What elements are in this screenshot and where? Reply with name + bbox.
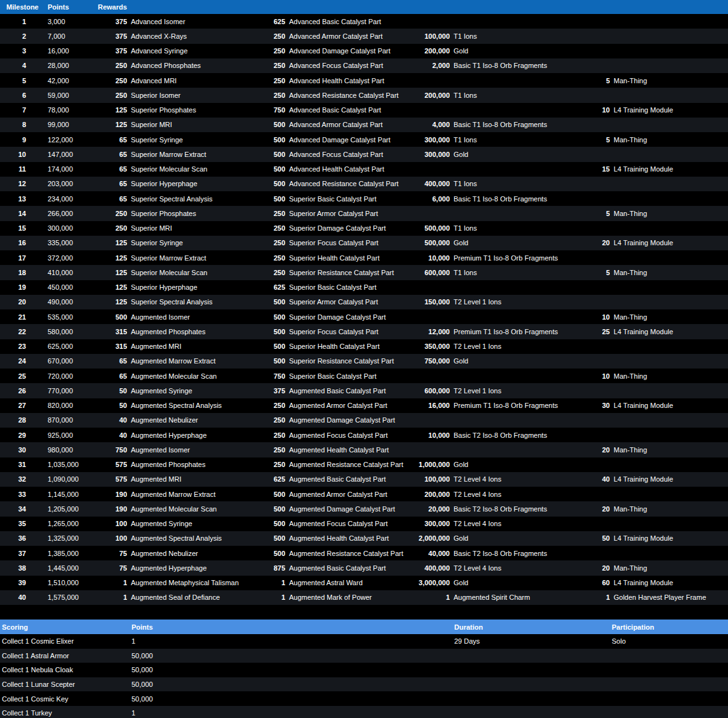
reward-name: T2 Level 4 Ions <box>450 564 581 572</box>
milestone-number: 32 <box>0 475 29 483</box>
reward-quantity: 100 <box>95 520 127 527</box>
reward-quantity: 150,000 <box>413 298 450 306</box>
reward-name: Man-Thing <box>610 313 728 321</box>
milestone-number: 10 <box>0 151 29 158</box>
milestone-points: 1,090,000 <box>29 475 95 483</box>
reward-name: Augmented Isomer <box>127 313 256 321</box>
reward-quantity: 750 <box>95 446 127 454</box>
reward-name: Advanced X-Rays <box>127 32 256 40</box>
milestone-points: 203,000 <box>29 180 95 187</box>
reward-name: T2 Level 4 Ions <box>450 491 581 498</box>
reward-name: Advanced Resistance Catalyst Part <box>285 91 413 99</box>
reward-quantity: 250 <box>256 224 285 232</box>
reward-name: Superior Molecular Scan <box>127 165 256 173</box>
milestones-table-header: Milestone Points Rewards <box>0 0 728 14</box>
reward-quantity: 125 <box>95 298 127 306</box>
milestone-number: 23 <box>0 342 29 350</box>
scoring-duration: 29 Days <box>452 637 609 645</box>
milestone-points: 174,000 <box>29 165 95 173</box>
reward-name: Premium T1 Iso-8 Orb Fragments <box>450 402 581 409</box>
reward-quantity: 250 <box>256 32 285 40</box>
milestone-number: 33 <box>0 491 29 498</box>
reward-quantity: 65 <box>95 372 127 380</box>
reward-name: Gold <box>450 357 581 365</box>
scoring-row: Collect 1 Cosmic Elixer129 DaysSolo <box>0 634 728 649</box>
milestone-number: 39 <box>0 579 29 586</box>
reward-name: L4 Training Module <box>610 402 728 409</box>
milestone-row: 28870,00040Augmented Nebulizer250Augment… <box>0 413 728 428</box>
milestone-row: 12203,00065Superior Hyperphage500Advance… <box>0 177 728 191</box>
reward-quantity: 375 <box>256 387 285 395</box>
reward-quantity: 1,000,000 <box>413 461 450 468</box>
milestone-row: 428,000250Advanced Phosphates250Advanced… <box>0 58 728 73</box>
reward-quantity: 300,000 <box>413 136 450 144</box>
milestone-number: 9 <box>0 136 29 144</box>
reward-name: Augmented Armor Catalyst Part <box>285 491 413 498</box>
reward-quantity: 10,000 <box>413 254 450 262</box>
reward-name: T1 Ions <box>450 136 581 144</box>
reward-quantity: 375 <box>95 18 127 25</box>
reward-quantity: 1 <box>95 593 127 601</box>
milestones-table: Milestone Points Rewards 13,000375Advanc… <box>0 0 728 605</box>
reward-name: Advanced Phosphates <box>127 62 256 69</box>
reward-quantity: 20 <box>581 239 610 247</box>
milestone-row: 13234,00065Superior Spectral Analysis500… <box>0 191 728 206</box>
reward-name: Augmented Nebulizer <box>127 416 256 424</box>
reward-quantity: 25 <box>581 328 610 335</box>
reward-name: Advanced Armor Catalyst Part <box>285 32 413 40</box>
milestone-number: 31 <box>0 461 29 468</box>
milestone-points: 1,325,000 <box>29 534 95 542</box>
reward-quantity: 315 <box>95 328 127 335</box>
milestone-row: 17372,000125Superior Marrow Extract250Su… <box>0 250 728 265</box>
reward-quantity: 500 <box>256 505 285 513</box>
reward-quantity: 10 <box>581 372 610 380</box>
reward-name: Basic T1 Iso-8 Orb Fragments <box>450 62 581 69</box>
milestones-page: Milestone Points Rewards 13,000375Advanc… <box>0 0 728 718</box>
reward-quantity: 500 <box>256 298 285 306</box>
reward-quantity: 60 <box>581 579 610 586</box>
reward-quantity: 20 <box>581 446 610 454</box>
reward-quantity: 40 <box>95 431 127 439</box>
reward-quantity: 65 <box>95 357 127 365</box>
reward-name: L4 Training Module <box>610 579 728 586</box>
scoring-points: 1 <box>129 709 452 717</box>
milestone-number: 18 <box>0 269 29 276</box>
reward-quantity: 250 <box>256 431 285 439</box>
reward-quantity: 600,000 <box>413 269 450 276</box>
reward-quantity: 750,000 <box>413 357 450 365</box>
reward-quantity: 250 <box>256 47 285 55</box>
reward-quantity: 375 <box>95 32 127 40</box>
milestone-row: 22580,000315Augmented Phosphates500Super… <box>0 324 728 339</box>
milestone-number: 14 <box>0 210 29 217</box>
reward-quantity: 4,000 <box>413 121 450 128</box>
reward-quantity: 10,000 <box>413 431 450 439</box>
reward-quantity: 500 <box>256 328 285 335</box>
reward-name: Advanced Health Catalyst Part <box>285 165 413 173</box>
milestone-points: 490,000 <box>29 298 95 306</box>
reward-name: Gold <box>450 534 581 542</box>
milestone-points: 625,000 <box>29 342 95 350</box>
milestone-number: 8 <box>0 121 29 128</box>
reward-quantity: 16,000 <box>413 402 450 409</box>
reward-name: Man-Thing <box>610 372 728 380</box>
reward-quantity: 10 <box>581 313 610 321</box>
reward-name: Augmented Hyperphage <box>127 564 256 572</box>
reward-name: Advanced Basic Catalyst Part <box>285 106 413 114</box>
reward-quantity: 190 <box>95 491 127 498</box>
milestone-row: 9122,00065Superior Syringe500Advanced Da… <box>0 132 728 147</box>
reward-quantity: 500 <box>256 520 285 527</box>
milestone-row: 20490,000125Superior Spectral Analysis50… <box>0 295 728 309</box>
reward-quantity: 125 <box>95 254 127 262</box>
milestone-number: 37 <box>0 550 29 557</box>
scoring-row: Collect 1 Turkey1 <box>0 706 728 718</box>
reward-name: Superior Damage Catalyst Part <box>285 224 413 232</box>
milestone-points: 1,510,000 <box>29 579 95 586</box>
milestone-row: 361,325,000100Augmented Spectral Analysi… <box>0 531 728 546</box>
reward-name: Augmented Basic Catalyst Part <box>285 475 413 483</box>
scoring-table-body: Collect 1 Cosmic Elixer129 DaysSoloColle… <box>0 634 728 718</box>
reward-quantity: 20,000 <box>413 505 450 513</box>
milestone-points: 122,000 <box>29 136 95 144</box>
reward-name: Superior Spectral Analysis <box>127 298 256 306</box>
reward-quantity: 1 <box>256 579 285 586</box>
reward-name: Superior Marrow Extract <box>127 254 256 262</box>
